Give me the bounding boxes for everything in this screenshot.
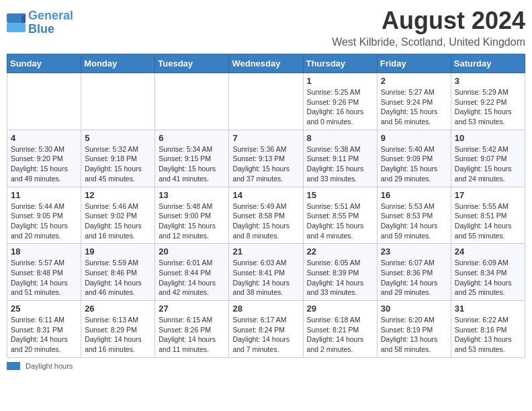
day-number: 31 — [455, 304, 521, 314]
day-info: Sunrise: 5:55 AMSunset: 8:51 PMDaylight:… — [455, 201, 521, 241]
day-cell: 10Sunrise: 5:42 AMSunset: 9:07 PMDayligh… — [451, 130, 525, 187]
day-number: 19 — [85, 246, 151, 257]
day-info: Sunrise: 6:22 AMSunset: 8:16 PMDaylight:… — [455, 315, 521, 355]
week-row-3: 11Sunrise: 5:44 AMSunset: 9:05 PMDayligh… — [7, 187, 525, 244]
day-number: 6 — [159, 133, 225, 143]
day-cell: 5Sunrise: 5:32 AMSunset: 9:18 PMDaylight… — [81, 130, 155, 187]
day-number: 7 — [232, 133, 299, 143]
logo-text-line1: General — [28, 9, 73, 23]
title-area: August 2024 West Kilbride, Scotland, Uni… — [332, 7, 525, 48]
day-info: Sunrise: 5:51 AMSunset: 8:55 PMDaylight:… — [307, 201, 373, 241]
day-info: Sunrise: 6:03 AMSunset: 8:41 PMDaylight:… — [232, 258, 299, 298]
day-info: Sunrise: 5:32 AMSunset: 9:18 PMDaylight:… — [85, 144, 151, 184]
day-number: 12 — [85, 190, 151, 200]
day-cell: 3Sunrise: 5:29 AMSunset: 9:22 PMDaylight… — [451, 73, 525, 130]
day-cell: 24Sunrise: 6:09 AMSunset: 8:34 PMDayligh… — [451, 244, 525, 301]
daylight-label: Daylight hours — [26, 362, 73, 370]
day-cell: 14Sunrise: 5:49 AMSunset: 8:58 PMDayligh… — [229, 187, 303, 244]
day-cell: 31Sunrise: 6:22 AMSunset: 8:16 PMDayligh… — [451, 301, 525, 358]
day-number: 11 — [11, 190, 77, 200]
day-cell: 8Sunrise: 5:38 AMSunset: 9:11 PMDaylight… — [303, 130, 377, 187]
header-cell-friday: Friday — [377, 54, 451, 73]
header-cell-sunday: Sunday — [7, 54, 81, 73]
page-header: General Blue August 2024 West Kilbride, … — [7, 7, 525, 48]
day-number: 21 — [232, 246, 299, 257]
day-number: 30 — [381, 304, 447, 314]
logo: General Blue — [7, 9, 73, 36]
day-cell: 15Sunrise: 5:51 AMSunset: 8:55 PMDayligh… — [303, 187, 377, 244]
day-number: 16 — [381, 190, 447, 200]
day-number: 29 — [307, 304, 373, 314]
day-info: Sunrise: 5:49 AMSunset: 8:58 PMDaylight:… — [232, 201, 299, 241]
daylight-swatch — [7, 362, 20, 370]
header-cell-saturday: Saturday — [451, 54, 525, 73]
day-info: Sunrise: 6:07 AMSunset: 8:36 PMDaylight:… — [381, 258, 447, 298]
day-info: Sunrise: 6:01 AMSunset: 8:44 PMDaylight:… — [159, 258, 225, 298]
day-info: Sunrise: 5:48 AMSunset: 9:00 PMDaylight:… — [159, 201, 225, 241]
day-cell — [229, 73, 303, 130]
day-number: 10 — [455, 133, 521, 143]
day-info: Sunrise: 5:34 AMSunset: 9:15 PMDaylight:… — [159, 144, 225, 184]
day-cell: 11Sunrise: 5:44 AMSunset: 9:05 PMDayligh… — [7, 187, 81, 244]
calendar-body: 1Sunrise: 5:25 AMSunset: 9:26 PMDaylight… — [7, 73, 525, 358]
day-cell: 29Sunrise: 6:18 AMSunset: 8:21 PMDayligh… — [303, 301, 377, 358]
day-info: Sunrise: 5:25 AMSunset: 9:26 PMDaylight:… — [307, 87, 373, 127]
day-cell: 16Sunrise: 5:53 AMSunset: 8:53 PMDayligh… — [377, 187, 451, 244]
header-cell-monday: Monday — [81, 54, 155, 73]
day-cell: 1Sunrise: 5:25 AMSunset: 9:26 PMDaylight… — [303, 73, 377, 130]
day-info: Sunrise: 5:57 AMSunset: 8:48 PMDaylight:… — [11, 258, 77, 298]
day-cell: 23Sunrise: 6:07 AMSunset: 8:36 PMDayligh… — [377, 244, 451, 301]
week-row-4: 18Sunrise: 5:57 AMSunset: 8:48 PMDayligh… — [7, 244, 525, 301]
day-cell: 2Sunrise: 5:27 AMSunset: 9:24 PMDaylight… — [377, 73, 451, 130]
day-info: Sunrise: 6:20 AMSunset: 8:19 PMDaylight:… — [381, 315, 447, 355]
logo-text-line2: Blue — [28, 23, 73, 36]
main-title: August 2024 — [332, 7, 525, 35]
day-number: 20 — [159, 246, 225, 257]
day-info: Sunrise: 5:44 AMSunset: 9:05 PMDaylight:… — [11, 201, 77, 241]
header-cell-wednesday: Wednesday — [229, 54, 303, 73]
sub-title: West Kilbride, Scotland, United Kingdom — [332, 36, 525, 48]
day-cell: 12Sunrise: 5:46 AMSunset: 9:02 PMDayligh… — [81, 187, 155, 244]
day-info: Sunrise: 5:30 AMSunset: 9:20 PMDaylight:… — [11, 144, 77, 184]
footer-note: Daylight hours — [7, 362, 525, 370]
day-info: Sunrise: 5:40 AMSunset: 9:09 PMDaylight:… — [381, 144, 447, 184]
day-info: Sunrise: 5:46 AMSunset: 9:02 PMDaylight:… — [85, 201, 151, 241]
day-number: 24 — [455, 246, 521, 257]
week-row-5: 25Sunrise: 6:11 AMSunset: 8:31 PMDayligh… — [7, 301, 525, 358]
day-info: Sunrise: 5:53 AMSunset: 8:53 PMDaylight:… — [381, 201, 447, 241]
day-number: 15 — [307, 190, 373, 200]
day-number: 3 — [455, 76, 521, 86]
day-cell: 26Sunrise: 6:13 AMSunset: 8:29 PMDayligh… — [81, 301, 155, 358]
day-number: 4 — [11, 133, 77, 143]
header-cell-thursday: Thursday — [303, 54, 377, 73]
day-number: 17 — [455, 190, 521, 200]
day-number: 27 — [159, 304, 225, 314]
day-cell: 21Sunrise: 6:03 AMSunset: 8:41 PMDayligh… — [229, 244, 303, 301]
day-cell: 17Sunrise: 5:55 AMSunset: 8:51 PMDayligh… — [451, 187, 525, 244]
day-info: Sunrise: 6:13 AMSunset: 8:29 PMDaylight:… — [85, 315, 151, 355]
calendar-table: SundayMondayTuesdayWednesdayThursdayFrid… — [7, 54, 525, 358]
day-number: 5 — [85, 133, 151, 143]
day-number: 26 — [85, 304, 151, 314]
day-cell: 30Sunrise: 6:20 AMSunset: 8:19 PMDayligh… — [377, 301, 451, 358]
day-info: Sunrise: 6:18 AMSunset: 8:21 PMDaylight:… — [307, 315, 373, 355]
day-number: 1 — [307, 76, 373, 86]
day-info: Sunrise: 6:17 AMSunset: 8:24 PMDaylight:… — [232, 315, 299, 355]
day-cell: 18Sunrise: 5:57 AMSunset: 8:48 PMDayligh… — [7, 244, 81, 301]
day-number: 9 — [381, 133, 447, 143]
day-info: Sunrise: 5:38 AMSunset: 9:11 PMDaylight:… — [307, 144, 373, 184]
week-row-1: 1Sunrise: 5:25 AMSunset: 9:26 PMDaylight… — [7, 73, 525, 130]
day-cell: 22Sunrise: 6:05 AMSunset: 8:39 PMDayligh… — [303, 244, 377, 301]
day-info: Sunrise: 5:36 AMSunset: 9:13 PMDaylight:… — [232, 144, 299, 184]
day-info: Sunrise: 6:05 AMSunset: 8:39 PMDaylight:… — [307, 258, 373, 298]
day-cell — [81, 73, 155, 130]
day-cell — [155, 73, 229, 130]
day-number: 2 — [381, 76, 447, 86]
day-cell: 6Sunrise: 5:34 AMSunset: 9:15 PMDaylight… — [155, 130, 229, 187]
day-number: 28 — [232, 304, 299, 314]
logo-icon — [7, 13, 26, 32]
calendar-header: SundayMondayTuesdayWednesdayThursdayFrid… — [7, 54, 525, 73]
day-number: 25 — [11, 304, 77, 314]
day-info: Sunrise: 6:15 AMSunset: 8:26 PMDaylight:… — [159, 315, 225, 355]
day-cell: 13Sunrise: 5:48 AMSunset: 9:00 PMDayligh… — [155, 187, 229, 244]
